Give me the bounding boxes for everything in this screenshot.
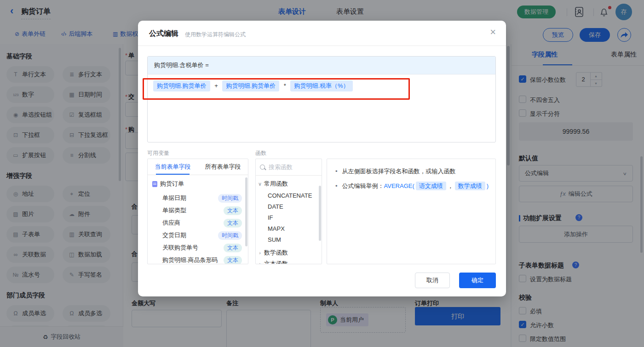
variable-row[interactable]: 单据日期时间戳 [148, 192, 248, 204]
help-line-1: •从左侧面板选择字段名和函数，或输入函数 [335, 167, 456, 176]
variable-row[interactable]: 单据类型文本 [148, 205, 248, 216]
caret-right-icon: › [256, 250, 264, 256]
formula-edit-modal: 公式编辑 使用数学运算符编辑公式 × 购货明细.含税单价 = 购货明细.购货单价… [138, 21, 506, 296]
functions-panel: ∨常用函数 CONCATENATE DATE IF MAPX SUM ›数学函数… [255, 159, 322, 264]
function-item[interactable]: IF [268, 212, 273, 223]
variables-panel: 当前表单字段 所有表单字段 购货订单 单据日期时间戳 单据类型文本 供应商文本 … [147, 159, 248, 264]
type-badge: 文本 [224, 244, 242, 252]
type-badge: 文本 [224, 256, 242, 265]
bullet-icon: • [335, 182, 338, 189]
caret-down-icon: ∨ [256, 181, 264, 187]
type-badge: 时间戳 [218, 231, 242, 240]
variable-row[interactable]: 交货日期时间戳 [148, 229, 248, 241]
bullet-icon: • [335, 168, 338, 175]
type-badge: 文本 [224, 206, 242, 215]
tab-current-form-fields[interactable]: 当前表单字段 [148, 159, 198, 175]
document-icon [152, 181, 157, 187]
functions-label: 函数 [255, 149, 266, 157]
variables-label: 可用变量 [147, 149, 169, 157]
divider [138, 46, 506, 46]
annotation-highlight-rectangle [143, 78, 410, 100]
caret-right-icon: › [256, 261, 264, 264]
function-search-input[interactable] [268, 163, 311, 171]
modal-subtitle: 使用数学运算符编辑公式 [185, 31, 246, 39]
function-search [256, 159, 322, 176]
function-item[interactable]: SUM [268, 234, 281, 245]
variable-row[interactable]: 购货明细.商品条形码文本 [148, 254, 248, 264]
help-line-2: •公式编辑举例：AVERAGE(语文成绩，数学成绩) [335, 182, 489, 190]
cancel-button[interactable]: 取消 [415, 273, 450, 288]
help-panel: •从左侧面板选择字段名和函数，或输入函数 •公式编辑举例：AVERAGE(语文成… [327, 159, 496, 264]
formula-target: 购货明细.含税单价 = [148, 57, 495, 74]
variables-scrollbar[interactable] [245, 177, 247, 246]
function-item[interactable]: MAPX [268, 223, 285, 234]
function-group-common[interactable]: ∨常用函数 [256, 178, 322, 189]
search-icon [260, 165, 265, 170]
variable-row[interactable]: 供应商文本 [148, 217, 248, 229]
function-group-math[interactable]: ›数学函数 [256, 247, 322, 258]
close-icon[interactable]: × [490, 26, 496, 38]
function-item[interactable]: DATE [268, 201, 283, 212]
variables-tabs: 当前表单字段 所有表单字段 [148, 159, 248, 175]
function-item[interactable]: CONCATENATE [268, 190, 312, 201]
function-group-text[interactable]: ›文本函数 [256, 258, 322, 264]
confirm-button[interactable]: 确定 [459, 273, 496, 288]
variables-root-node[interactable]: 购货订单 [148, 175, 248, 190]
type-badge: 时间戳 [218, 194, 242, 203]
functions-scrollbar[interactable] [319, 186, 321, 241]
tab-all-form-fields[interactable]: 所有表单字段 [198, 159, 248, 175]
modal-title: 公式编辑 [149, 29, 178, 39]
type-badge: 文本 [224, 219, 242, 228]
variable-row[interactable]: 关联购货单号文本 [148, 242, 248, 254]
